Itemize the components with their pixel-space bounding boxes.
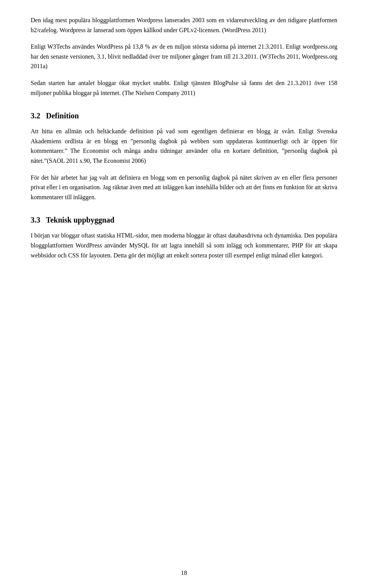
page-number: 18 [181,570,187,577]
paragraph-3: Sedan starten har antalet bloggar ökat m… [31,78,337,98]
paragraph-1: Den idag mest populära bloggplattformen … [31,15,337,35]
page-container: Den idag mest populära bloggplattformen … [0,0,368,588]
section-32-title: Definition [46,111,79,120]
section-32-paragraph-1: Att hitta en allmän och heltäckande defi… [31,126,337,165]
section-32-number: 3.2 [31,111,40,120]
section-32-paragraph-2: För det här arbetet har jag valt att def… [31,173,337,202]
section-33-number: 3.3 [31,216,40,224]
section-32-heading: 3.2 Definition [31,111,337,120]
section-33-paragraph-1: I början var bloggar oftast statiska HTM… [31,231,337,260]
paragraph-2: Enligt W3Techs användes WordPress på 13,… [31,42,337,71]
section-33-title: Teknisk uppbyggnad [46,216,115,224]
section-33-heading: 3.3 Teknisk uppbyggnad [31,216,337,224]
